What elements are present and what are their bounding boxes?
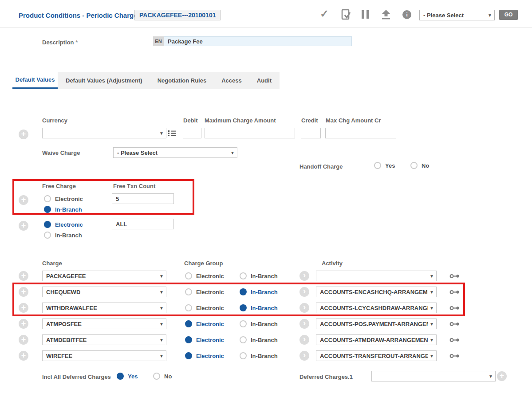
activity-select[interactable]: ▼: [316, 271, 437, 281]
radio-icon[interactable]: [153, 373, 160, 380]
tab-access[interactable]: Access: [221, 77, 242, 84]
chevron-down-icon: ▼: [430, 306, 434, 311]
charge-select[interactable]: PACKAGEFEE ▼: [42, 271, 166, 281]
charge-group-inbranch-radio[interactable]: In-Branch: [240, 320, 278, 327]
charge-group-inbranch-radio[interactable]: In-Branch: [240, 336, 278, 343]
expand-row-icon[interactable]: ›: [299, 287, 309, 297]
debit-input[interactable]: [183, 128, 201, 138]
link-icon[interactable]: [449, 306, 460, 311]
tab-default-values[interactable]: Default Values: [12, 72, 58, 89]
charge-group-electronic-radio[interactable]: Electronic: [185, 320, 224, 327]
expand-row-icon[interactable]: ›: [299, 319, 309, 329]
free-charge-label: Free Charge: [42, 183, 76, 189]
radio-icon[interactable]: [44, 206, 51, 213]
radio-icon[interactable]: [240, 336, 247, 343]
radio-icon[interactable]: [240, 288, 247, 295]
maximum-charge-amount-input[interactable]: [205, 128, 295, 138]
free-charge-2-electronic-radio[interactable]: Electronic: [44, 221, 83, 228]
radio-icon[interactable]: [185, 336, 192, 343]
incl-deferred-yes-radio[interactable]: Yes: [117, 373, 138, 380]
link-icon[interactable]: [449, 274, 460, 279]
chevron-down-icon: ▼: [159, 338, 164, 342]
add-free-charge-row-button[interactable]: +: [19, 195, 28, 205]
radio-icon[interactable]: [185, 304, 192, 311]
expand-row-icon[interactable]: ›: [299, 351, 309, 361]
expand-row-icon[interactable]: ›: [299, 303, 309, 313]
charge-select[interactable]: ATMDEBITFEE ▼: [42, 334, 166, 345]
radio-icon[interactable]: [240, 272, 247, 279]
link-icon[interactable]: [449, 354, 460, 358]
expand-row-icon[interactable]: ›: [299, 271, 309, 281]
deferred-charges-select[interactable]: ▼: [371, 371, 496, 381]
activity-select[interactable]: ACCOUNTS-ENCASHCHQ-ARRANGEMENT ▼: [316, 287, 437, 297]
handoff-yes-radio[interactable]: Yes: [374, 162, 395, 169]
expand-row-icon[interactable]: ›: [299, 335, 309, 345]
charge-group-electronic-radio[interactable]: Electronic: [185, 352, 224, 359]
radio-icon[interactable]: [117, 373, 124, 380]
add-charge-row-button[interactable]: +: [19, 319, 28, 329]
credit-input[interactable]: [301, 128, 321, 138]
add-deferred-charge-button[interactable]: +: [497, 371, 507, 381]
radio-icon[interactable]: [185, 320, 192, 327]
radio-icon[interactable]: [240, 352, 247, 359]
radio-icon[interactable]: [374, 162, 381, 169]
charge-group-electronic-radio[interactable]: Electronic: [185, 288, 224, 295]
handoff-no-radio[interactable]: No: [410, 162, 429, 169]
charge-group-inbranch-radio[interactable]: In-Branch: [240, 272, 278, 279]
radio-icon[interactable]: [44, 195, 51, 202]
activity-select[interactable]: ACCOUNTS-TRANSFEROUT-ARRANGEMENT ▼: [316, 350, 437, 361]
link-icon[interactable]: [449, 290, 460, 295]
hold-icon[interactable]: [362, 10, 369, 20]
charge-group-electronic-radio[interactable]: Electronic: [185, 336, 224, 343]
charge-select[interactable]: WIREFEE ▼: [42, 350, 166, 361]
validate-icon[interactable]: ✓: [320, 8, 329, 20]
tab-audit[interactable]: Audit: [257, 77, 272, 84]
radio-icon[interactable]: [240, 304, 247, 311]
radio-icon[interactable]: [410, 162, 418, 169]
add-charge-row-button[interactable]: +: [19, 303, 28, 313]
charge-group-electronic-radio[interactable]: Electronic: [185, 272, 224, 279]
link-icon[interactable]: [449, 338, 460, 342]
free-txn-count-1-input[interactable]: [112, 193, 174, 204]
free-charge-2-inbranch-radio[interactable]: In-Branch: [44, 232, 82, 239]
waive-charge-select[interactable]: - Please Select ▼: [113, 147, 237, 158]
tab-default-values-adjustment[interactable]: Default Values (Adjustment): [66, 77, 142, 84]
info-icon[interactable]: i: [402, 10, 411, 19]
tab-negotiation-rules[interactable]: Negotiation Rules: [158, 77, 207, 84]
radio-icon[interactable]: [185, 272, 192, 279]
free-charge-1-electronic-radio[interactable]: Electronic: [44, 195, 83, 202]
go-button[interactable]: GO: [499, 10, 518, 20]
commit-document-icon[interactable]: [341, 9, 351, 23]
charge-select[interactable]: WITHDRAWALFEE ▼: [42, 303, 166, 313]
add-charge-row-button[interactable]: +: [19, 271, 28, 281]
charge-group-inbranch-radio[interactable]: In-Branch: [240, 352, 278, 359]
radio-icon[interactable]: [185, 288, 192, 295]
add-charge-row-button[interactable]: +: [19, 287, 28, 297]
header-action-select[interactable]: - Please Select ▼: [419, 10, 495, 20]
activity-select[interactable]: ACCOUNTS-ATMDRAW-ARRANGEMENT ▼: [316, 334, 437, 345]
activity-select[interactable]: ACCOUNTS-POS.PAYMENT-ARRANGEMENT ▼: [316, 318, 437, 329]
max-chg-amount-cr-input[interactable]: [325, 128, 396, 138]
charge-select[interactable]: CHEQUEWD ▼: [42, 287, 166, 297]
add-currency-row-button[interactable]: +: [19, 130, 28, 139]
radio-icon[interactable]: [240, 320, 247, 327]
free-txn-count-2-input[interactable]: [112, 219, 174, 229]
radio-icon[interactable]: [44, 221, 51, 228]
free-charge-1-inbranch-radio[interactable]: In-Branch: [44, 206, 82, 213]
charge-group-inbranch-radio[interactable]: In-Branch: [240, 304, 278, 311]
radio-icon[interactable]: [44, 232, 51, 239]
incl-deferred-no-radio[interactable]: No: [153, 373, 172, 380]
add-charge-row-button[interactable]: +: [19, 335, 28, 345]
upload-icon[interactable]: [381, 9, 391, 22]
activity-select[interactable]: ACCOUNTS-LCYCASHDRAW-ARRANGEMENT ▼: [316, 303, 437, 313]
charge-select[interactable]: ATMPOSFEE ▼: [42, 318, 166, 329]
charge-group-electronic-radio[interactable]: Electronic: [185, 304, 224, 311]
description-input[interactable]: [164, 36, 352, 46]
currency-select[interactable]: ▼: [42, 128, 166, 138]
add-charge-row-button[interactable]: +: [19, 351, 28, 361]
currency-lookup-list-icon[interactable]: [168, 130, 176, 138]
add-free-charge-row-button[interactable]: +: [19, 221, 28, 231]
charge-group-inbranch-radio[interactable]: In-Branch: [240, 288, 278, 295]
radio-icon[interactable]: [185, 352, 192, 359]
link-icon[interactable]: [449, 322, 460, 326]
